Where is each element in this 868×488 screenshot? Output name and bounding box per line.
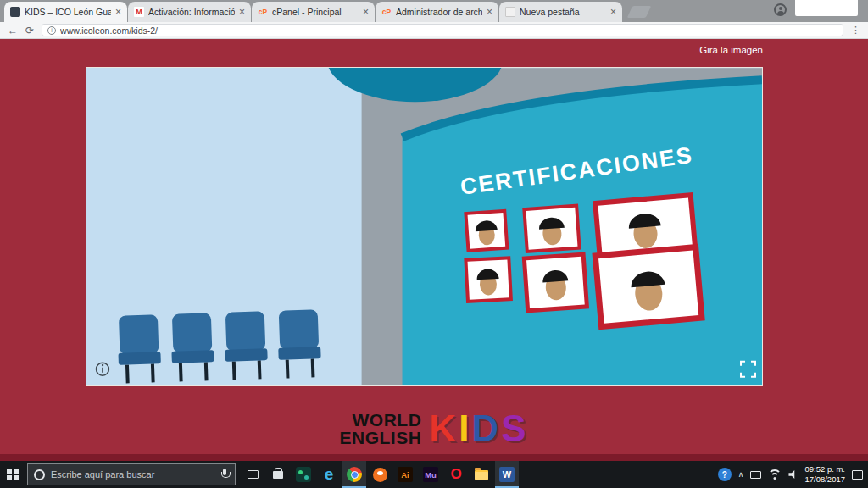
cpanel-favicon: cP — [258, 7, 268, 17]
tab-label: KIDS – ICO León Guanaju — [25, 7, 111, 17]
portrait-frame-1 — [465, 211, 507, 251]
logo-word-world: WORLD — [340, 411, 422, 429]
logo-word-english: ENGLISH — [340, 429, 422, 446]
logo-kids: K I D S — [429, 410, 528, 447]
window-controls[interactable] — [795, 0, 858, 16]
kids-letter: K — [429, 410, 459, 447]
taskbar-clock[interactable]: 09:52 p. m. 17/08/2017 — [804, 464, 845, 485]
tab-close-icon[interactable]: × — [115, 7, 121, 17]
tab-close-icon[interactable]: × — [363, 7, 369, 17]
site-favicon — [10, 7, 20, 17]
chevron-up-icon[interactable]: ∧ — [738, 470, 744, 479]
tab-label: cPanel - Principal — [272, 7, 359, 17]
kids-letter: D — [471, 410, 501, 447]
gmail-favicon: M — [134, 7, 144, 17]
task-view-button[interactable] — [241, 461, 264, 488]
tab-new-tab[interactable]: Nueva pestaña × — [499, 2, 622, 22]
tab-close-icon[interactable]: × — [610, 7, 616, 17]
chrome-button[interactable] — [342, 461, 366, 488]
tab-cpanel-principal[interactable]: cP cPanel - Principal × — [252, 2, 375, 22]
clock-date: 17/08/2017 — [804, 474, 845, 485]
kids-letter: S — [501, 410, 528, 447]
cortana-icon — [34, 469, 45, 480]
edge-button[interactable]: e — [317, 461, 341, 488]
action-center-icon[interactable] — [852, 470, 863, 480]
new-tab-button[interactable] — [627, 6, 652, 18]
system-tray: ? ∧ 09:52 p. m. 17/08/2017 — [718, 464, 868, 485]
tab-close-icon[interactable]: × — [487, 7, 492, 17]
media-app-icon — [296, 467, 311, 482]
muse-icon: Mu — [423, 467, 438, 482]
help-icon[interactable]: ? — [718, 468, 732, 481]
opera-icon: O — [450, 466, 461, 483]
muse-button[interactable]: Mu — [419, 461, 442, 488]
display-icon[interactable] — [750, 471, 761, 479]
panorama-image[interactable]: CERTIFICACIONES — [86, 68, 762, 385]
chrome-icon — [347, 467, 362, 482]
portrait-frame-2 — [524, 206, 579, 252]
portrait-frame-4 — [465, 258, 510, 302]
blender-icon — [373, 468, 387, 482]
windows-taskbar: e Ai Mu O W ? ∧ 09:52 p. m. 17/08/2017 — [0, 461, 868, 488]
back-icon[interactable]: ← — [8, 25, 18, 36]
clock-time: 09:52 p. m. — [804, 464, 845, 474]
taskbar-search[interactable] — [27, 463, 236, 485]
browser-menu-icon[interactable]: ⋮ — [851, 25, 860, 36]
tab-file-manager[interactable]: cP Administrador de archivo × — [376, 2, 498, 22]
opera-button[interactable]: O — [444, 461, 468, 488]
refresh-icon[interactable]: ⟳ — [25, 25, 34, 36]
url-input[interactable] — [60, 25, 837, 36]
wifi-icon[interactable] — [768, 469, 782, 480]
speaker-icon[interactable] — [788, 470, 798, 479]
logo-words: WORLD ENGLISH — [340, 411, 422, 447]
tab-gmail-activacion[interactable]: M Activación: Información d × — [128, 2, 251, 22]
address-bar[interactable]: i — [42, 24, 843, 36]
start-button[interactable] — [0, 461, 25, 488]
media-app-button[interactable] — [292, 461, 315, 488]
browser-navbar: ← ⟳ i ⋮ — [0, 22, 868, 39]
cpanel-favicon: cP — [381, 7, 392, 17]
taskbar-search-input[interactable] — [51, 469, 214, 480]
kids-letter: I — [459, 410, 471, 447]
blender-button[interactable] — [368, 461, 392, 488]
illustrator-button[interactable]: Ai — [393, 461, 417, 488]
blank-favicon — [505, 7, 515, 17]
portrait-frame-6 — [595, 247, 702, 327]
rotate-image-hint: Gira la imagen — [699, 45, 763, 55]
word-button[interactable]: W — [495, 461, 519, 488]
edge-icon: e — [325, 465, 334, 484]
tab-kids-icoleon[interactable]: KIDS – ICO León Guanaju × — [4, 2, 127, 22]
task-view-icon — [248, 470, 259, 479]
word-icon: W — [499, 467, 515, 482]
page-info-icon[interactable]: i — [47, 26, 56, 35]
folder-icon — [475, 470, 488, 480]
illustrator-icon: Ai — [398, 467, 413, 482]
panorama-viewer[interactable]: CERTIFICACIONES — [86, 67, 763, 386]
store-bag-icon — [273, 471, 283, 479]
store-button[interactable] — [266, 461, 290, 488]
tab-label: Administrador de archivo — [396, 7, 482, 17]
tab-label: Nueva pestaña — [520, 7, 606, 17]
windows-logo-icon — [7, 469, 19, 480]
screen: KIDS – ICO León Guanaju × M Activación: … — [0, 0, 868, 488]
teal-wall — [403, 80, 762, 385]
world-english-kids-logo: WORLD ENGLISH K I D S — [0, 410, 868, 447]
page-footer-strip — [0, 454, 868, 461]
browser-tabstrip: KIDS – ICO León Guanaju × M Activación: … — [0, 0, 868, 22]
file-explorer-button[interactable] — [470, 461, 493, 488]
portrait-frame-5 — [524, 254, 587, 311]
tab-close-icon[interactable]: × — [239, 7, 245, 17]
page-content: Gira la imagen CERTIFICACIONES — [0, 39, 868, 461]
tab-label: Activación: Información d — [148, 7, 235, 17]
profile-icon[interactable] — [774, 3, 787, 16]
microphone-icon[interactable] — [220, 469, 229, 480]
